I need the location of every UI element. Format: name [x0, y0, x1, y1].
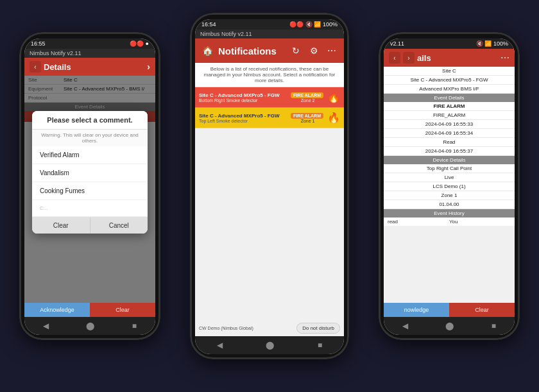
notif-zone-2: Zone 1 [291, 119, 325, 123]
phone-right-screen: v2.11 🔇 📶 100% ‹ › ails ⋯ Site C Site C … [384, 38, 515, 335]
right-event-read: Read [384, 138, 515, 147]
notif-badge-1: FIRE ALARM [291, 92, 323, 98]
right-page-title: ails [417, 53, 498, 63]
modal-overlay: Please select a comment. Warning. This w… [24, 76, 155, 303]
center-status-bar: 16:54 🔴🔴 🔇 📶 100% [195, 19, 344, 30]
notifications-description: Below is a list of received notification… [195, 63, 344, 87]
left-page-title: Details [44, 62, 144, 72]
comment-modal: Please select a comment. Warning. This w… [32, 111, 148, 234]
settings-icon[interactable]: ⚙ [307, 44, 321, 58]
right-content: Site C Site C - Advanced MXPro5 - FGW Ad… [384, 67, 515, 303]
right-event-4: 2024-04-09 16:55:34 [384, 129, 515, 138]
center-content: Below is a list of received notification… [195, 63, 344, 320]
left-header: ‹ Details › [24, 58, 155, 76]
phone-right: v2.11 🔇 📶 100% ‹ › ails ⋯ Site C Site C … [379, 32, 520, 340]
center-status-icons: 🔴🔴 🔇 📶 100% [289, 21, 338, 28]
right-device-1: Top Right Call Point [384, 164, 515, 173]
nav-recent[interactable]: ■ [132, 321, 137, 330]
left-status-icons: 🔴🔴 ● [130, 40, 149, 47]
right-equipment: Site C - Advanced MXPro5 - FGW [384, 76, 515, 85]
option-vandalism[interactable]: Vandalism [32, 164, 148, 182]
refresh-icon[interactable]: ↻ [289, 44, 303, 58]
notif-site-2: Site C - Advanced MXPro5 - FGW [199, 113, 288, 119]
notif-text-1: Site C - Advanced MXPro5 - FGW Bottom Ri… [199, 92, 288, 103]
center-bottom-bar: CW Demo (Nimbus Global) Do not disturb [195, 320, 344, 336]
modal-warning: Warning. This will clear on your device … [32, 130, 148, 146]
phone-center: 16:54 🔴🔴 🔇 📶 100% Nimbus Notify v2.11 🏠 … [190, 13, 349, 359]
right-bottom-nav: ◀ ⬤ ■ [384, 317, 515, 335]
option-extra[interactable]: C... [32, 200, 148, 217]
left-app-title: Nimbus Notify v2.11 [24, 49, 155, 58]
right-header: ‹ › ails ⋯ [384, 49, 515, 67]
account-name: CW Demo (Nimbus Global) [199, 326, 253, 330]
right-status-bar: v2.11 🔇 📶 100% [384, 38, 515, 49]
option-cooking-fumes[interactable]: Cooking Fumes [32, 182, 148, 200]
nav-home[interactable]: ⬤ [86, 321, 94, 330]
right-event-1: FIRE ALARM [384, 102, 515, 111]
modal-actions: Clear Cancel [32, 217, 148, 234]
modal-cancel-button[interactable]: Cancel [90, 217, 148, 234]
acknowledge-button[interactable]: Acknowledge [24, 303, 90, 317]
right-nav-home[interactable]: ⬤ [445, 321, 454, 330]
home-icon[interactable]: 🏠 [200, 44, 214, 58]
notification-item-2[interactable]: Site C - Advanced MXPro5 - FGW Top Left … [195, 108, 344, 128]
right-nav-recent[interactable]: ■ [492, 321, 496, 330]
right-nav-right[interactable]: › [403, 52, 415, 64]
modal-title: Please select a comment. [32, 111, 148, 130]
right-history-section: Event History [384, 209, 515, 217]
modal-clear-button[interactable]: Clear [32, 217, 90, 234]
center-page-title: Notifications [218, 46, 285, 56]
right-device-4: Zone 1 [384, 191, 515, 200]
notification-item-1[interactable]: Site C - Advanced MXPro5 - FGW Bottom Ri… [195, 87, 344, 108]
dnd-button[interactable]: Do not disturb [296, 323, 340, 334]
right-nav-left[interactable]: ‹ [389, 52, 400, 64]
center-nav-recent[interactable]: ■ [318, 341, 322, 350]
phone-center-screen: 16:54 🔴🔴 🔇 📶 100% Nimbus Notify v2.11 🏠 … [195, 19, 344, 354]
nav-back[interactable]: ◀ [43, 321, 49, 330]
left-time: 16:55 [31, 40, 46, 47]
center-header: 🏠 Notifications ↻ ⚙ ⋯ [195, 38, 344, 63]
notif-badge-zone-2: FIRE ALARM Zone 1 [291, 113, 325, 123]
fire-icon-2: 🔥 [327, 112, 340, 124]
phones-container: 16:55 🔴🔴 ● Nimbus Notify v2.11 ‹ Details… [0, 0, 539, 392]
right-acknowledge-button[interactable]: nowledge [384, 303, 449, 317]
right-action-buttons: nowledge Clear [384, 303, 515, 317]
phone-left: 16:55 🔴🔴 ● Nimbus Notify v2.11 ‹ Details… [19, 32, 160, 340]
left-status-bar: 16:55 🔴🔴 ● [24, 38, 155, 49]
right-device-section: Device Details [384, 156, 515, 164]
history-col-1: read [388, 219, 449, 225]
notif-text-2: Site C - Advanced MXPro5 - FGW Top Left … [199, 113, 288, 123]
right-time: v2.11 [390, 40, 404, 47]
phone-left-screen: 16:55 🔴🔴 ● Nimbus Notify v2.11 ‹ Details… [24, 38, 155, 335]
option-verified-alarm[interactable]: Verified Alarm [32, 146, 148, 164]
right-event-5: 2024-04-09 16:55:37 [384, 147, 515, 156]
back-button[interactable]: ‹ [30, 61, 41, 72]
left-action-buttons: Acknowledge Clear [24, 303, 155, 317]
notif-site-1: Site C - Advanced MXPro5 - FGW [199, 92, 288, 98]
notif-device-2: Top Left Smoke detector [199, 119, 288, 123]
notif-zone-1: Zone 2 [291, 98, 325, 103]
center-nav-home[interactable]: ⬤ [266, 341, 274, 350]
right-more-icon[interactable]: ⋯ [501, 53, 509, 63]
notif-device-1: Bottom Right Smoke detector [199, 98, 288, 103]
more-icon[interactable]: ⋯ [325, 44, 339, 58]
center-nav-back[interactable]: ◀ [217, 341, 223, 350]
notif-badge-2: FIRE ALARM [291, 113, 323, 119]
left-content: Site Site C Equipment Site C - Advanced … [24, 76, 155, 303]
center-bottom-nav: ◀ ⬤ ■ [195, 336, 344, 354]
left-bottom-nav: ◀ ⬤ ■ [24, 317, 155, 335]
history-col-2: You [449, 219, 511, 225]
right-clear-button[interactable]: Clear [449, 303, 515, 317]
clear-button[interactable]: Clear [90, 303, 155, 317]
right-site: Site C [384, 67, 515, 76]
right-protocol: Advanced MXPro BMS I/F [384, 85, 515, 94]
fire-icon-1: 🔥 [327, 91, 340, 103]
right-status-icons: 🔇 📶 100% [476, 40, 508, 47]
right-event-2: FIRE_ALARM [384, 111, 515, 120]
right-nav-back[interactable]: ◀ [402, 321, 408, 330]
left-header-arrow: › [147, 62, 150, 72]
right-history-row-1: read You [384, 217, 515, 226]
right-event-section: Event Details [384, 94, 515, 102]
center-time: 16:54 [201, 21, 216, 28]
center-app-title: Nimbus Notify v2.11 [195, 30, 344, 38]
